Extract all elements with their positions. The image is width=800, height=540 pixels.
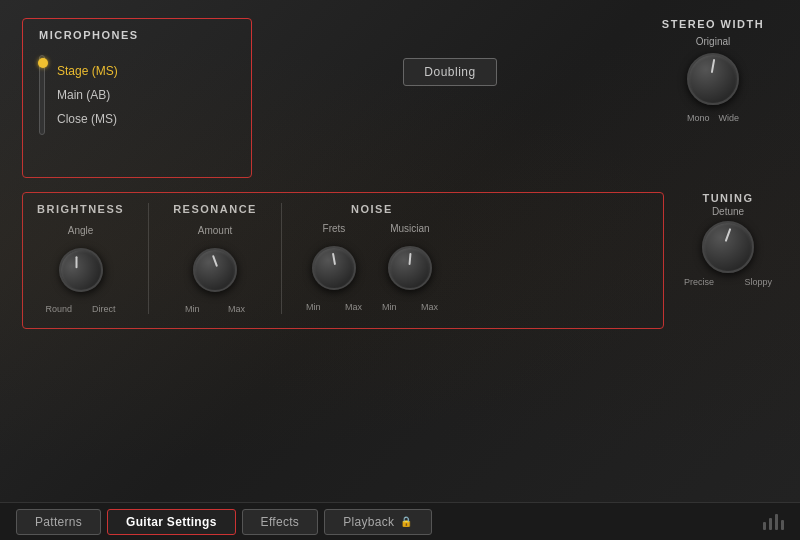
- resonance-label-min: Min: [185, 304, 200, 314]
- tuning-label-precise: Precise: [684, 277, 714, 287]
- musician-label: Musician: [390, 223, 429, 234]
- level-bar-4: [781, 520, 784, 530]
- frets-label-min: Min: [306, 302, 321, 312]
- tuning-section: TUNING Detune Precise Sloppy: [678, 192, 778, 287]
- resonance-labels: Min Max: [185, 304, 245, 314]
- doubling-area: Doubling: [268, 18, 632, 86]
- mic-options: Stage (MS) Main (AB) Close (MS): [57, 64, 118, 126]
- resonance-group: RESONANCE Amount Min Max: [173, 203, 257, 314]
- stereo-label-mono: Mono: [687, 113, 710, 123]
- lock-icon: 🔒: [400, 516, 412, 527]
- brightness-label-direct: Direct: [92, 304, 116, 314]
- noise-inner: Frets Min Max Musician Min Max: [306, 223, 438, 312]
- mic-option-main[interactable]: Main (AB): [57, 88, 118, 102]
- mic-list: Stage (MS) Main (AB) Close (MS): [39, 55, 235, 135]
- resonance-label-max: Max: [228, 304, 245, 314]
- stereo-width-title: STEREO WIDTH: [662, 18, 764, 30]
- tab-guitar-settings[interactable]: Guitar Settings: [107, 509, 236, 535]
- musician-labels: Min Max: [382, 302, 438, 312]
- main-content: MICROPHONES Stage (MS) Main (AB) Close (…: [0, 0, 800, 502]
- level-bar-2: [769, 518, 772, 530]
- musician-knob[interactable]: [388, 246, 432, 290]
- noise-title: NOISE: [351, 203, 393, 215]
- frets-label-max: Max: [345, 302, 362, 312]
- brightness-angle-label: Angle: [68, 225, 94, 236]
- mic-slider-thumb: [38, 58, 48, 68]
- tab-effects[interactable]: Effects: [242, 509, 319, 535]
- tuning-labels: Precise Sloppy: [684, 277, 772, 287]
- detune-label: Detune: [712, 206, 744, 217]
- stereo-knob-container: Mono Wide: [687, 53, 739, 123]
- top-row: MICROPHONES Stage (MS) Main (AB) Close (…: [22, 18, 778, 178]
- brightness-knob[interactable]: [51, 240, 111, 300]
- stereo-label-top: Original: [696, 36, 730, 47]
- tab-playback[interactable]: Playback 🔒: [324, 509, 431, 535]
- level-bar-1: [763, 522, 766, 530]
- footer-tabs: Patterns Guitar Settings Effects Playbac…: [0, 502, 800, 540]
- doubling-button[interactable]: Doubling: [403, 58, 496, 86]
- mic-option-close[interactable]: Close (MS): [57, 112, 118, 126]
- mic-option-stage[interactable]: Stage (MS): [57, 64, 118, 78]
- resonance-knob[interactable]: [193, 248, 237, 292]
- musician-label-max: Max: [421, 302, 438, 312]
- tuning-knob[interactable]: [702, 221, 754, 273]
- microphones-section: MICROPHONES Stage (MS) Main (AB) Close (…: [22, 18, 252, 178]
- resonance-title: RESONANCE: [173, 203, 257, 215]
- brightness-label-round: Round: [46, 304, 73, 314]
- microphones-title: MICROPHONES: [39, 29, 235, 41]
- musician-group: Musician Min Max: [382, 223, 438, 312]
- brightness-labels: Round Direct: [46, 304, 116, 314]
- tab-patterns[interactable]: Patterns: [16, 509, 101, 535]
- resonance-amount-label: Amount: [198, 225, 232, 236]
- divider-1: [148, 203, 149, 314]
- stereo-knob[interactable]: [687, 53, 739, 105]
- frets-label: Frets: [323, 223, 346, 234]
- frets-labels: Min Max: [306, 302, 362, 312]
- frets-group: Frets Min Max: [306, 223, 362, 312]
- level-bar-3: [775, 514, 778, 530]
- brightness-title: BRIGHTNESS: [37, 203, 124, 215]
- mic-slider-track[interactable]: [39, 55, 45, 135]
- noise-section: NOISE Frets Min Max Musician: [306, 203, 438, 314]
- stereo-knob-labels: Mono Wide: [687, 113, 739, 123]
- brightness-group: BRIGHTNESS Angle Round Direct: [37, 203, 124, 314]
- stereo-width-section: STEREO WIDTH Original Mono Wide: [648, 18, 778, 123]
- musician-label-min: Min: [382, 302, 397, 312]
- frets-knob[interactable]: [312, 246, 356, 290]
- level-indicator: [763, 514, 784, 530]
- bottom-row: BRIGHTNESS Angle Round Direct RESONANCE …: [22, 192, 778, 329]
- stereo-label-wide: Wide: [718, 113, 739, 123]
- divider-2: [281, 203, 282, 314]
- tuning-label-sloppy: Sloppy: [744, 277, 772, 287]
- tuning-title: TUNING: [702, 192, 753, 204]
- controls-box: BRIGHTNESS Angle Round Direct RESONANCE …: [22, 192, 664, 329]
